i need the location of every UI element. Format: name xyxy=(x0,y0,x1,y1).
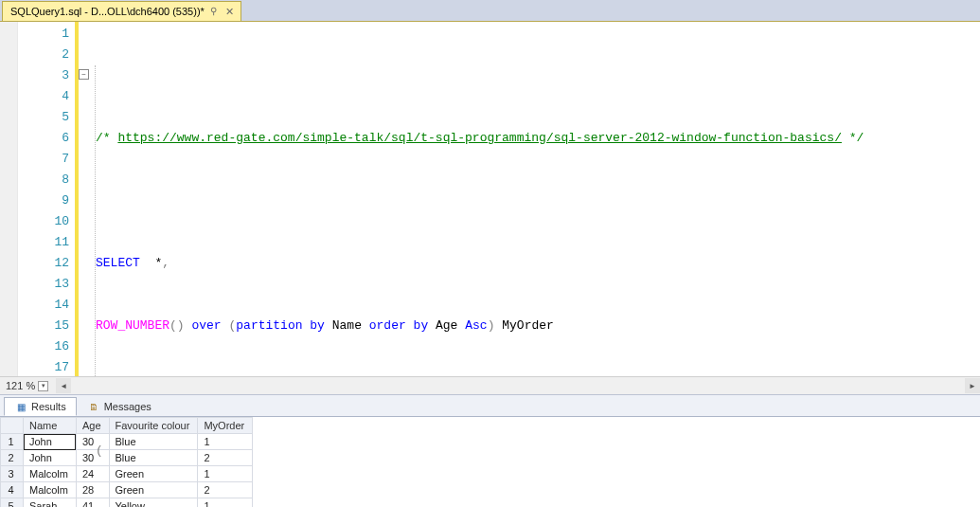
column-header-name[interactable]: Name xyxy=(24,418,77,434)
line-number: 6 xyxy=(18,128,69,149)
selection-margin xyxy=(0,22,18,376)
code-line: ( xyxy=(96,441,980,462)
line-number: 14 xyxy=(18,295,69,316)
code-surface[interactable]: /* https://www.red-gate.com/simple-talk/… xyxy=(96,22,980,376)
row-header[interactable]: 5 xyxy=(1,498,24,508)
line-number: 2 xyxy=(18,45,69,65)
editor-footer: 121 % ▾ ◄ ► xyxy=(0,376,980,394)
code-line: SELECT 'John' as Name, 30 as Age, 'Blue'… xyxy=(96,503,980,507)
line-number: 3 xyxy=(18,65,69,86)
chevron-down-icon[interactable]: ▾ xyxy=(38,381,48,391)
grid-corner[interactable] xyxy=(1,418,24,434)
line-number: 7 xyxy=(18,149,69,170)
document-tab[interactable]: SQLQuery1.sql - D...OLL\dch6400 (535))* … xyxy=(2,1,241,21)
line-number: 1 xyxy=(18,24,69,45)
outline-collapse-icon[interactable]: − xyxy=(79,69,89,80)
line-number: 11 xyxy=(18,232,69,253)
cell[interactable]: Malcolm xyxy=(24,466,77,482)
line-number: 17 xyxy=(18,357,69,378)
cell[interactable]: Malcolm xyxy=(24,482,77,498)
row-header[interactable]: 2 xyxy=(1,450,24,466)
document-tabstrip: SQLQuery1.sql - D...OLL\dch6400 (535))* … xyxy=(0,0,980,21)
tab-results-label: Results xyxy=(31,401,66,412)
code-line xyxy=(96,190,980,211)
row-header[interactable]: 3 xyxy=(1,466,24,482)
cell[interactable]: John xyxy=(24,450,77,466)
sql-editor[interactable]: 1 2 3 4 5 6 7 8 9 10 11 12 13 14 15 16 1… xyxy=(0,21,980,376)
line-number: 12 xyxy=(18,253,69,274)
line-number: 5 xyxy=(18,107,69,128)
code-line: SELECT *, xyxy=(96,253,980,274)
line-number: 15 xyxy=(18,316,69,336)
grid-icon: ▦ xyxy=(14,400,27,413)
line-number: 16 xyxy=(18,336,69,357)
line-number: 10 xyxy=(18,211,69,232)
zoom-level-value: 121 % xyxy=(6,380,35,391)
line-number-gutter: 1 2 3 4 5 6 7 8 9 10 11 12 13 14 15 16 1… xyxy=(18,22,75,376)
cell[interactable]: Sarah xyxy=(24,498,77,508)
horizontal-scrollbar[interactable]: ◄ ► xyxy=(56,378,980,393)
row-header[interactable]: 4 xyxy=(1,482,24,498)
code-line: ROW_NUMBER() over (partition by Name ord… xyxy=(96,316,980,336)
close-icon[interactable]: ✕ xyxy=(225,7,235,16)
scroll-left-icon[interactable]: ◄ xyxy=(56,378,71,393)
line-number: 8 xyxy=(18,170,69,190)
cell[interactable]: John xyxy=(24,434,77,450)
line-number: 4 xyxy=(18,86,69,107)
scroll-right-icon[interactable]: ► xyxy=(965,378,980,393)
line-number: 9 xyxy=(18,190,69,211)
pin-icon[interactable]: ⚲ xyxy=(210,7,220,16)
tab-results[interactable]: ▦ Results xyxy=(4,397,77,416)
zoom-level-dropdown[interactable]: 121 % ▾ xyxy=(0,380,52,391)
line-number: 13 xyxy=(18,274,69,295)
row-header[interactable]: 1 xyxy=(1,434,24,450)
code-line: /* https://www.red-gate.com/simple-talk/… xyxy=(96,128,980,149)
document-tab-title: SQLQuery1.sql - D...OLL\dch6400 (535))* xyxy=(10,6,205,17)
